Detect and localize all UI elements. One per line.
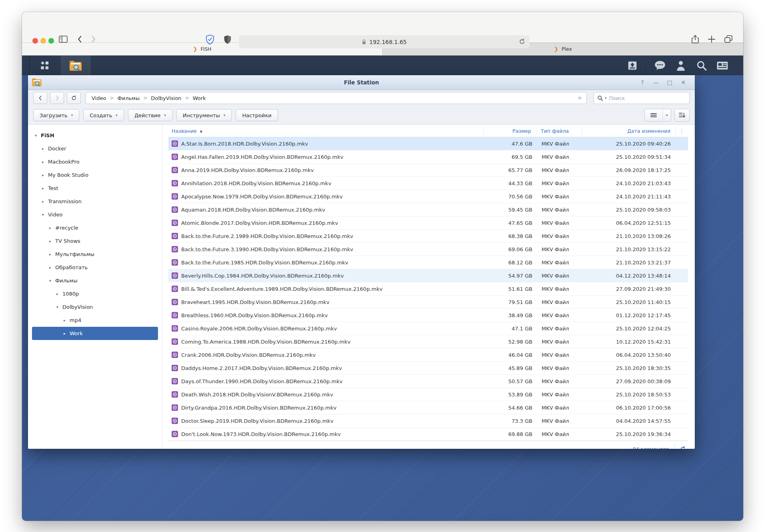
breadcrumb-segment[interactable]: Work	[193, 95, 206, 101]
view-mode-split-button[interactable]: ▾	[644, 109, 671, 122]
minimize-window-button[interactable]	[40, 38, 46, 44]
table-row[interactable]: Death.Wish.2018.HDR.Dolby.VisionV.BDRemu…	[168, 388, 688, 401]
pilot-view-button[interactable]	[712, 56, 733, 75]
table-row[interactable]: Dirty.Grandpa.2016.HDR.Dolby.Vision.BDRe…	[168, 401, 688, 414]
settings-button[interactable]: Настройки	[236, 109, 278, 121]
table-row[interactable]: Breathless.1960.HDR.Dolby.Vision.BDRemux…	[168, 309, 688, 322]
tree-arrow-icon[interactable]: ▾	[41, 212, 45, 217]
table-row[interactable]: Bill.&.Ted's.Excellent.Adventure.1989.HD…	[168, 282, 688, 296]
table-row[interactable]: Apocalypse.Now.1979.HDR.Dolby.Vision.BDR…	[168, 190, 688, 203]
minimize-button[interactable]: —	[649, 75, 663, 90]
table-row[interactable]: Braveheart.1995.HDR.Dolby.Vision.BDRemux…	[168, 296, 688, 309]
close-window-button[interactable]	[32, 38, 38, 44]
sidebar-tree-item[interactable]: ▸ TV Shows	[32, 234, 158, 248]
back-button[interactable]	[76, 35, 84, 44]
tools-button[interactable]: Инструменты ▾	[176, 109, 232, 121]
tree-arrow-icon[interactable]: ▾	[55, 305, 60, 309]
sidebar-tree-item[interactable]: ▸ Docker	[32, 142, 158, 155]
refresh-list-icon[interactable]	[674, 444, 688, 449]
sidebar-tree-item[interactable]: ▾ DolbyVision	[32, 300, 158, 314]
table-row[interactable]: Angel.Has.Fallen.2019.HDR.Dolby.Vision.B…	[168, 150, 688, 164]
tree-arrow-icon[interactable]: ▸	[48, 265, 52, 270]
search-scope-caret-icon[interactable]: ▾	[605, 96, 607, 100]
action-button[interactable]: Действие ▾	[128, 109, 172, 121]
table-row[interactable]: Back.to.the.Future.1985.HDR.Dolby.Vision…	[168, 256, 688, 269]
column-header-name[interactable]: Название ▲	[168, 128, 483, 134]
table-row[interactable]: Casino.Royale.2006.HDR.Dolby.Vision.BDRe…	[168, 322, 688, 335]
zoom-window-button[interactable]	[48, 38, 54, 44]
table-row[interactable]: Atomic.Blonde.2017.Dolby.Vision.HDR.BDRe…	[168, 216, 688, 230]
table-row[interactable]: Anna.2019.HDR.Dolby.Vision.BDRemux.2160p…	[168, 164, 688, 177]
table-row[interactable]: Doctor.Sleep.2019.HDR.Dolby.Vision.BDRem…	[168, 414, 688, 428]
sidebar-tree-item[interactable]: ▾ Video	[32, 208, 158, 221]
table-row[interactable]: Days.of.Thunder.1990.HDR.Dolby.Vision.BD…	[168, 375, 688, 388]
column-header-size[interactable]: Размер	[484, 128, 537, 134]
privacy-shield-icon[interactable]	[205, 34, 215, 45]
tree-arrow-icon[interactable]: ▸	[41, 186, 45, 190]
new-tab-icon[interactable]	[707, 35, 716, 44]
table-row[interactable]: A.Star.Is.Born.2018.HDR.Dolby.Vision.216…	[168, 137, 688, 150]
list-view-icon[interactable]	[645, 109, 662, 121]
user-options-button[interactable]	[670, 56, 691, 75]
upload-button[interactable]: Загрузить ▾	[33, 109, 79, 121]
tree-arrow-icon[interactable]: ▸	[41, 199, 45, 204]
tree-arrow-icon[interactable]: ▾	[34, 133, 38, 138]
tree-arrow-icon[interactable]: ▸	[48, 252, 52, 256]
nav-back-button[interactable]	[33, 92, 47, 104]
sidebar-tree-item[interactable]: ▾ FiSH	[32, 129, 158, 142]
breadcrumb-segment[interactable]: DolbyVision	[151, 95, 181, 101]
sidebar-tree-item[interactable]: ▸ 1080p	[32, 287, 158, 300]
maximize-button[interactable]: □	[663, 75, 676, 90]
help-button[interactable]: ?	[636, 75, 649, 90]
sidebar-tree-item[interactable]: ▸ Test	[32, 182, 158, 195]
sidebar-toggle-icon[interactable]	[59, 36, 68, 43]
tree-arrow-icon[interactable]: ▾	[48, 278, 52, 283]
table-row[interactable]: Back.to.the.Future.2.1989.HDR.Dolby.Visi…	[168, 230, 688, 243]
content-blocker-shield-icon[interactable]	[223, 34, 232, 45]
table-row[interactable]: Coming.To.America.1988.HDR.Dolby.Vision.…	[168, 335, 688, 348]
tree-arrow-icon[interactable]: ▸	[48, 226, 52, 230]
tree-arrow-icon[interactable]: ▸	[48, 239, 52, 243]
external-device-button[interactable]	[622, 56, 643, 75]
tree-arrow-icon[interactable]: ▸	[62, 318, 67, 322]
nav-refresh-button[interactable]	[67, 92, 81, 104]
column-header-type[interactable]: Тип файла	[537, 128, 582, 134]
table-row[interactable]: Annihilation.2018.HDR.Dolby.Vision.BDRem…	[168, 177, 688, 190]
main-menu-button[interactable]	[29, 56, 60, 75]
table-row[interactable]: Daddys.Home.2.2017.HDR.Dolby.Vision.BDRe…	[168, 362, 688, 375]
nav-forward-button[interactable]	[50, 92, 64, 104]
create-button[interactable]: Создать ▾	[83, 109, 124, 121]
sidebar-tree-item[interactable]: ▸ Transmission	[32, 195, 158, 208]
tree-arrow-icon[interactable]: ▸	[41, 146, 45, 151]
table-row[interactable]: Don't.Look.Now.1973.HDR.Dolby.Vision.BDR…	[168, 428, 688, 441]
column-header-modified[interactable]: Дата изменения	[582, 128, 675, 134]
file-station-titlebar[interactable]: File Station ? — □ ✕	[28, 75, 695, 90]
close-button[interactable]: ✕	[676, 75, 690, 90]
sidebar-tree-item[interactable]: ▸ #recycle	[32, 221, 158, 234]
favorite-star-icon[interactable]: ★	[577, 95, 582, 101]
sidebar-tree-item[interactable]: ▸ Work	[32, 327, 158, 340]
address-bar[interactable]: 192.168.1.65	[239, 35, 530, 48]
tree-arrow-icon[interactable]: ▸	[55, 292, 60, 296]
breadcrumb-segment[interactable]: Video	[92, 95, 106, 101]
search-input[interactable]	[608, 95, 686, 102]
sort-button[interactable]	[674, 109, 690, 122]
sidebar-tree-item[interactable]: ▸ MacbookPro	[32, 155, 158, 168]
search-button[interactable]	[691, 56, 712, 75]
file-station-taskbar-button[interactable]	[60, 56, 91, 75]
search-box[interactable]: ▾	[594, 92, 690, 104]
sidebar-tree-item[interactable]: ▸ My Book Studio	[32, 168, 158, 182]
notifications-button[interactable]	[650, 56, 670, 75]
reload-icon[interactable]	[518, 38, 526, 45]
tab-overview-icon[interactable]	[724, 35, 733, 44]
table-row[interactable]: Aquaman.2018.HDR.Dolby.Vision.BDRemux.21…	[168, 203, 688, 216]
tree-arrow-icon[interactable]: ▸	[41, 160, 45, 164]
sidebar-tree-item[interactable]: ▸ Мультфильмы	[32, 248, 158, 261]
sidebar-tree-item[interactable]: ▸ Обработать	[32, 261, 158, 274]
breadcrumb[interactable]: Video > Фильмы > DolbyVision > Work ★	[86, 92, 587, 104]
share-icon[interactable]	[691, 34, 700, 44]
table-row[interactable]: Back.to.the.Future.3.1990.HDR.Dolby.Visi…	[168, 243, 688, 256]
table-row[interactable]: Beverly.Hills.Cop.1984.HDR.Dolby.Vision.…	[168, 269, 688, 282]
forward-button[interactable]	[89, 35, 98, 44]
tree-arrow-icon[interactable]: ▸	[62, 331, 67, 336]
